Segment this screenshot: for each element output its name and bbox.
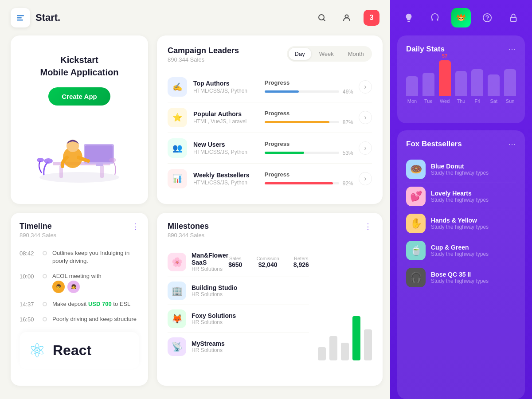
bestsellers-more[interactable]: ⋯ [508,139,516,149]
bestseller-name: Hands & Yellow [431,217,489,224]
campaign-row-tags: HTML/CSS/JS, Python [193,149,265,155]
bestseller-item[interactable]: 💕 Lovely Hearts Study the highway types [406,183,516,210]
milestone-sub: HR Solutions [192,291,237,297]
daily-stats-more[interactable]: ⋯ [508,44,516,54]
bestseller-row[interactable]: ✋ Hands & Yellow Study the highway types [406,210,516,237]
tab-week[interactable]: Week [313,48,340,60]
progress-bar-bg [265,121,339,123]
header-actions: 3 [314,10,379,26]
panel-fox-icon[interactable] [451,8,471,27]
bestseller-thumb: 🎧 [406,268,426,287]
bestseller-row[interactable]: 🎧 Bose QC 35 II Study the highway types [406,264,516,291]
bestseller-sub: Study the highway types [431,278,489,284]
timeline-dot [43,302,47,306]
campaign-row-chevron[interactable]: › [359,111,372,124]
chart-day-label: Sat [490,98,497,104]
timeline-item: 10:00 AEOL meeting with 👦👧 [20,269,139,296]
notification-badge[interactable]: 3 [364,10,379,26]
campaign-row: 👥 New Users HTML/CSS/JS, Python Progress… [168,133,372,164]
svg-point-23 [460,20,462,20]
panel-bulb-icon[interactable] [399,8,419,27]
milestone-sub: HR Solutions [192,347,225,353]
milestone-info: MyStreams HR Solutions [192,340,225,353]
campaign-row-name: Popular Authors [193,110,265,117]
milestones-subtitle: 890,344 Sales [168,232,209,239]
bestseller-info: Lovely Hearts Study the highway types [431,190,489,203]
bestseller-row[interactable]: 🍩 Blue Donut Study the highway types [406,156,516,183]
bestsellers-header: Fox Bestsellers ⋯ [406,139,516,149]
create-app-button[interactable]: Create App [48,87,110,106]
milestone-bar [341,343,349,360]
react-logo-icon: ⚛ [28,339,46,362]
bestseller-item[interactable]: ✋ Hands & Yellow Study the highway types [406,210,516,237]
panel-lock-icon[interactable] [504,8,523,27]
milestone-info: Foxy Solutions HR Solutions [192,312,236,325]
milestone-row: 🦊 Foxy Solutions HR Solutions [168,305,309,333]
progress-pct: 46% [343,89,353,95]
bestsellers-title: Fox Bestsellers [406,140,462,149]
campaign-row-chevron[interactable]: › [359,172,372,185]
campaign-row-tags: HTML, VueJS, Laravel [193,118,265,125]
user-icon[interactable] [339,10,355,26]
milestones-dots[interactable]: ⋮ [364,222,372,231]
milestone-rows: 🌸 Man&Flower SaaS HR Solutions Sales $65… [168,247,309,360]
bestseller-row[interactable]: 💕 Lovely Hearts Study the highway types [406,183,516,210]
milestones-content: 🌸 Man&Flower SaaS HR Solutions Sales $65… [168,247,372,360]
chart-day-label: Sun [506,98,515,104]
svg-point-5 [39,172,119,183]
header: Start. 3 [0,0,390,35]
bestseller-item[interactable]: 🎧 Bose QC 35 II Study the highway types [406,264,516,291]
timeline-time: 14:37 [20,300,37,308]
chart-day-label: Tue [424,98,433,104]
progress-row: 53% [265,150,353,156]
progress-bar-bg [265,152,339,154]
bestseller-item[interactable]: 🍩 Blue Donut Study the highway types [406,156,516,183]
timeline-text: Poorly driving and keep structure [52,315,139,323]
progress-bar-fill [265,121,329,123]
campaign-row-chevron[interactable]: › [359,80,372,94]
campaign-progress: Progress 53% [265,141,353,156]
timeline-dots[interactable]: ⋮ [131,222,139,231]
svg-point-16 [109,158,116,162]
timeline-subtitle: 890,344 Sales [20,232,56,239]
bestseller-rows: 🍩 Blue Donut Study the highway types 💕 L… [406,156,516,291]
bestseller-info: Cup & Green Study the highway types [431,244,489,257]
campaign-row: ⭐ Popular Authors HTML, VueJS, Laravel P… [168,102,372,133]
tab-month[interactable]: Month [342,48,370,60]
timeline-time: 16:50 [20,315,37,323]
milestone-icon: 🌸 [168,253,186,271]
svg-point-14 [44,158,53,164]
timeline-text: AEOL meeting with 👦👧 [52,272,139,293]
milestone-sub: HR Solutions [192,266,228,272]
panel-headset-icon[interactable] [425,8,445,27]
react-card: ⚛ React [20,332,139,369]
bestseller-row[interactable]: 🍵 Cup & Green Study the highway types [406,237,516,264]
milestone-row: 🌸 Man&Flower SaaS HR Solutions Sales $65… [168,247,309,277]
milestone-bar [329,336,337,360]
milestone-info: Building Studio HR Solutions [192,284,237,297]
timeline-content: Poorly driving and keep structure [52,315,139,323]
search-icon[interactable] [314,10,330,26]
milestone-commission: Comission $2,040 [256,256,279,268]
progress-row: 46% [265,89,353,95]
chart-day-label: Wed [440,98,450,104]
campaign-row-info: New Users HTML/CSS/JS, Python [193,141,265,155]
timeline-time: 10:00 [20,272,37,280]
chart-peak-value: 57 [442,53,447,59]
campaign-row-chevron[interactable]: › [359,141,372,155]
bestseller-sub: Study the highway types [431,224,489,230]
timeline-content: Outlines keep you Indulging in poorly dr… [52,249,139,265]
milestone-bar [364,329,372,360]
tab-day[interactable]: Day [289,48,311,60]
svg-point-15 [37,158,44,162]
app-title: Start. [35,12,60,23]
bestseller-item[interactable]: 🍵 Cup & Green Study the highway types [406,237,516,264]
panel-question-icon[interactable] [477,8,497,27]
milestone-chart [318,247,372,360]
kickstart-card: Kickstart Mobile Application Create App [11,35,148,204]
milestone-bar [318,347,326,360]
hero-illustration [21,120,137,186]
svg-rect-28 [511,17,516,21]
progress-bar-fill [265,90,299,93]
progress-bar-fill [265,182,333,184]
